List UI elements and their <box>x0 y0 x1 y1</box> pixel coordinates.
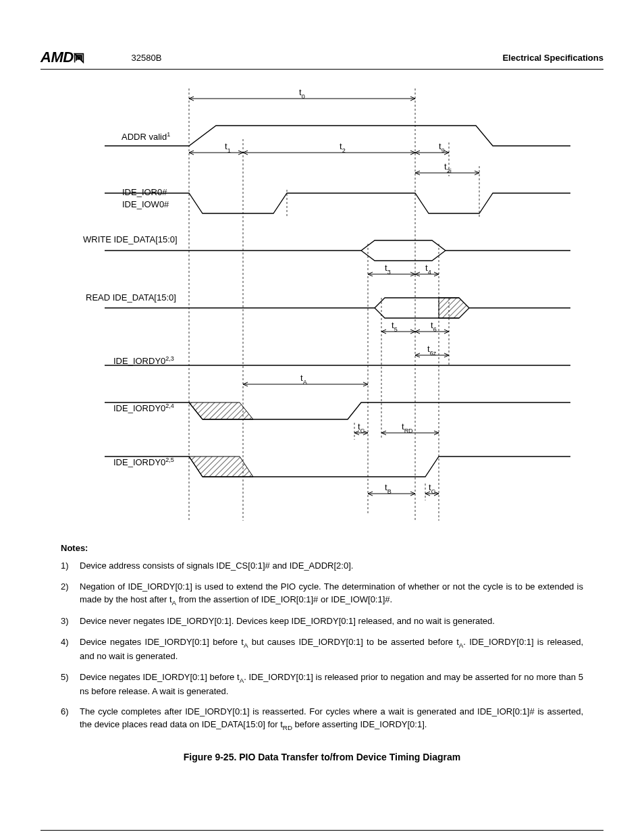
note-item: 6)The cycle completes after IDE_IORDY[0:… <box>61 706 583 733</box>
note-number: 2) <box>61 581 80 608</box>
svg-text:tC: tC <box>358 421 365 434</box>
note-text: The cycle completes after IDE_IORDY[0:1]… <box>80 706 583 733</box>
svg-text:tRD: tRD <box>402 421 413 434</box>
page-header: AMD 32580B Electrical Specifications <box>41 49 603 70</box>
logo-text: AMD <box>41 49 74 66</box>
label-iordy-b: IDE_IORDY02,4 <box>113 402 174 413</box>
note-text: Device never negates IDE_IORDY[0:1]. Dev… <box>80 615 583 628</box>
note-item: 5)Device negates IDE_IORDY[0:1] before t… <box>61 671 583 698</box>
note-item: 2)Negation of IDE_IORDY[0:1] is used to … <box>61 581 583 608</box>
note-item: 1)Device address consists of signals IDE… <box>61 560 583 573</box>
label-write-data: WRITE IDE_DATA[15:0] <box>83 234 178 244</box>
timing-diagram-svg: ADDR valid1 t0 t1 t2 t9 t2i IDE_IOR0# ID… <box>71 82 570 527</box>
label-iordy-c: IDE_IORDY02,5 <box>113 457 174 467</box>
note-number: 4) <box>61 636 80 663</box>
svg-text:tC: tC <box>429 482 436 495</box>
notes-list: 1)Device address consists of signals IDE… <box>61 560 583 733</box>
note-item: 4)Device negates IDE_IORDY[0:1] before t… <box>61 636 583 663</box>
amd-arrow-icon <box>74 53 84 63</box>
svg-text:t1: t1 <box>225 141 231 154</box>
section-title: Electrical Specifications <box>502 53 603 63</box>
svg-text:tA: tA <box>300 373 307 386</box>
page: AMD 32580B Electrical Specifications <box>0 0 644 834</box>
figure-caption: Figure 9-25. PIO Data Transfer to/from D… <box>41 752 603 762</box>
label-iordy-a: IDE_IORDY02,3 <box>113 355 174 366</box>
note-number: 6) <box>61 706 80 733</box>
note-text: Device address consists of signals IDE_C… <box>80 560 583 573</box>
note-number: 3) <box>61 615 80 628</box>
label-ide-iow0: IDE_IOW0# <box>122 199 169 209</box>
svg-text:t5: t5 <box>392 320 398 333</box>
label-ide-ior0: IDE_IOR0# <box>122 187 167 197</box>
note-text: Device negates IDE_IORDY[0:1] before tA … <box>80 636 583 663</box>
svg-text:t2i: t2i <box>444 161 452 174</box>
svg-text:tB: tB <box>385 482 392 495</box>
svg-text:t4: t4 <box>425 263 431 276</box>
note-number: 1) <box>61 560 80 573</box>
page-footer: 406 AMD Geode™ SC2200 Processor Data Boo… <box>41 830 603 834</box>
note-item: 3)Device never negates IDE_IORDY[0:1]. D… <box>61 615 583 628</box>
svg-text:t3: t3 <box>385 263 391 276</box>
doc-number: 32580B <box>132 53 162 63</box>
svg-text:t2: t2 <box>340 141 346 154</box>
amd-logo: AMD <box>41 49 84 66</box>
label-addr-valid: ADDR valid1 <box>122 131 170 142</box>
label-read-data: READ IDE_DATA[15:0] <box>86 292 176 303</box>
svg-text:t6: t6 <box>431 320 437 333</box>
notes-heading: Notes: <box>61 543 603 553</box>
header-left: AMD 32580B <box>41 49 161 66</box>
note-number: 5) <box>61 671 80 698</box>
timing-diagram: ADDR valid1 t0 t1 t2 t9 t2i IDE_IOR0# ID… <box>71 82 603 529</box>
note-text: Negation of IDE_IORDY[0:1] is used to ex… <box>80 581 583 608</box>
svg-text:t6z: t6z <box>427 344 437 357</box>
svg-text:t9: t9 <box>439 141 445 154</box>
note-text: Device negates IDE_IORDY[0:1] before tA.… <box>80 671 583 698</box>
svg-text:t0: t0 <box>299 87 305 100</box>
